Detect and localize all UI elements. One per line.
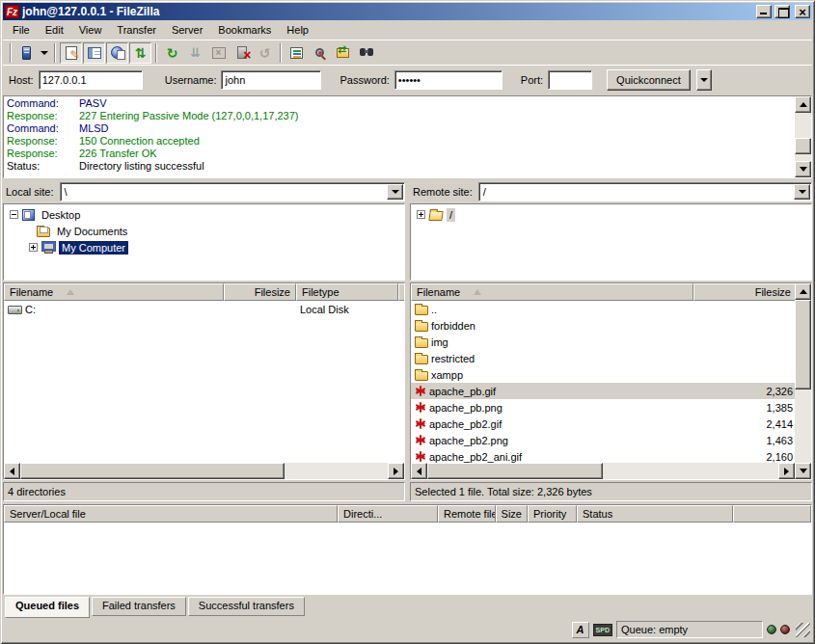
synchronized-browsing-button[interactable]: [332, 42, 354, 64]
remote-file-row[interactable]: img: [411, 334, 795, 350]
toggle-transfer-queue-button[interactable]: ⇅: [129, 42, 151, 64]
message-log-scrollbar[interactable]: [795, 96, 811, 177]
menu-transfer[interactable]: Transfer: [109, 22, 164, 38]
host-input[interactable]: [39, 70, 143, 90]
username-input[interactable]: [221, 70, 321, 90]
refresh-button[interactable]: ↻: [161, 42, 183, 64]
column-header-server-local-file[interactable]: Server/Local file: [4, 505, 338, 523]
local-site-dropdown-button[interactable]: [387, 184, 403, 200]
resize-grip[interactable]: [796, 623, 810, 637]
menu-view[interactable]: View: [71, 22, 110, 38]
menu-edit[interactable]: Edit: [38, 22, 71, 38]
scrollbar-thumb[interactable]: [20, 463, 285, 479]
column-header-priority[interactable]: Priority: [528, 505, 577, 523]
remote-file-row[interactable]: apache_pb2.png 1,463: [411, 432, 795, 448]
tab-failed-transfers[interactable]: Failed transfers: [92, 597, 186, 616]
expand-icon[interactable]: [29, 243, 38, 252]
scrollbar-thumb[interactable]: [427, 463, 603, 479]
cancel-operation-button[interactable]: [207, 42, 230, 64]
remote-status-text: Selected 1 file. Total size: 2,326 bytes: [410, 482, 812, 501]
toolbar-separator: [54, 43, 56, 63]
remote-file-row[interactable]: apache_pb2.gif 2,414: [411, 416, 795, 432]
local-list-rows: C: Local Disk: [4, 301, 404, 463]
remote-file-row[interactable]: xampp: [411, 366, 795, 383]
remote-file-row[interactable]: restricted: [411, 350, 795, 366]
find-files-button[interactable]: [355, 42, 377, 64]
compare-directories-button[interactable]: [309, 42, 331, 64]
toggle-local-tree-button[interactable]: [83, 42, 105, 64]
speed-limits-indicator[interactable]: SPD: [593, 624, 612, 636]
quickconnect-dropdown-button[interactable]: [696, 69, 712, 91]
directory-listing-filters-button[interactable]: [285, 42, 308, 64]
remote-file-row[interactable]: apache_pb.png 1,385: [411, 399, 795, 416]
column-header-filename[interactable]: Filename: [4, 283, 224, 301]
column-header-filename[interactable]: Filename: [411, 283, 693, 301]
collapse-icon[interactable]: [10, 210, 18, 219]
menu-bookmarks[interactable]: Bookmarks: [210, 22, 279, 38]
chevron-down-icon: [700, 78, 708, 82]
password-label: Password:: [340, 74, 389, 86]
synchronized-browsing-icon: [337, 48, 349, 58]
scroll-right-button[interactable]: [778, 463, 795, 479]
column-header-filesize[interactable]: Filesize: [693, 283, 795, 301]
column-header-filetype[interactable]: Filetype: [296, 283, 398, 301]
tree-item-desktop[interactable]: Desktop: [6, 206, 404, 223]
scroll-up-button[interactable]: [795, 96, 811, 113]
arrow-left-icon: [10, 468, 14, 475]
tab-successful-transfers[interactable]: Successful transfers: [188, 597, 305, 616]
quickconnect-button[interactable]: Quickconnect: [607, 69, 691, 91]
local-horizontal-scrollbar[interactable]: [4, 463, 404, 479]
toggle-message-log-button[interactable]: [60, 42, 82, 64]
remote-site-dropdown-button[interactable]: [794, 184, 810, 200]
column-header-status[interactable]: Status: [577, 505, 733, 523]
tree-item-root[interactable]: /: [413, 206, 811, 223]
filezilla-logo-icon: Fz: [5, 5, 19, 18]
queue-body[interactable]: [4, 523, 811, 594]
scrollbar-thumb[interactable]: [795, 300, 811, 389]
minimize-button[interactable]: [756, 5, 772, 18]
remote-horizontal-scrollbar[interactable]: [411, 463, 795, 479]
menu-server[interactable]: Server: [164, 22, 210, 38]
scroll-left-button[interactable]: [4, 463, 20, 479]
expand-icon[interactable]: [417, 210, 425, 219]
titlebar[interactable]: Fz john@127.0.0.1 - FileZilla: [3, 3, 812, 20]
tab-queued-files[interactable]: Queued files: [5, 597, 90, 618]
site-manager-button[interactable]: [15, 42, 38, 64]
remote-file-row[interactable]: ..: [411, 301, 795, 317]
quickconnect-bar: Host: Username: Password: Port: Quickcon…: [3, 65, 812, 94]
maximize-button[interactable]: [774, 5, 790, 18]
password-input[interactable]: [394, 70, 503, 90]
remote-file-row-selected[interactable]: apache_pb.gif 2,326: [411, 383, 795, 399]
transfer-type-indicator[interactable]: A: [572, 622, 589, 638]
tree-item-my-computer[interactable]: My Computer: [6, 239, 404, 255]
scroll-left-button[interactable]: [411, 463, 427, 479]
scroll-right-button[interactable]: [388, 463, 404, 479]
local-site-combobox[interactable]: \: [60, 182, 405, 201]
remote-list-rows: .. forbidden img restricted: [411, 301, 795, 463]
column-header-direction[interactable]: Directi...: [338, 505, 438, 523]
scrollbar-thumb[interactable]: [795, 138, 811, 154]
column-header-filesize[interactable]: Filesize: [224, 283, 296, 301]
scroll-down-button[interactable]: [795, 161, 811, 177]
toggle-remote-tree-button[interactable]: [106, 42, 128, 64]
remote-vertical-scrollbar[interactable]: [795, 283, 811, 479]
process-queue-button[interactable]: ⇊: [184, 42, 206, 64]
remote-site-combobox[interactable]: /: [478, 182, 812, 201]
reconnect-button[interactable]: ↺: [254, 42, 276, 64]
scroll-up-button[interactable]: [795, 283, 811, 300]
disconnect-button[interactable]: [231, 42, 253, 64]
scroll-down-button[interactable]: [795, 463, 811, 479]
menu-help[interactable]: Help: [279, 22, 316, 38]
local-file-row[interactable]: C: Local Disk: [4, 301, 404, 317]
close-button[interactable]: [795, 5, 810, 18]
tree-item-my-documents[interactable]: My Documents: [6, 223, 404, 239]
column-header-remote-file[interactable]: Remote file: [438, 505, 496, 523]
column-header-size[interactable]: Size: [496, 505, 528, 523]
message-log-body: Command:PASV Response:227 Entering Passi…: [4, 96, 795, 177]
remote-file-row[interactable]: apache_pb2_ani.gif 2,160: [411, 448, 795, 463]
remote-file-row[interactable]: forbidden: [411, 317, 795, 334]
port-input[interactable]: [548, 70, 592, 90]
column-header-last-modified[interactable]: L: [398, 283, 404, 301]
menu-file[interactable]: File: [5, 22, 38, 38]
site-manager-dropdown-button[interactable]: [39, 42, 50, 64]
